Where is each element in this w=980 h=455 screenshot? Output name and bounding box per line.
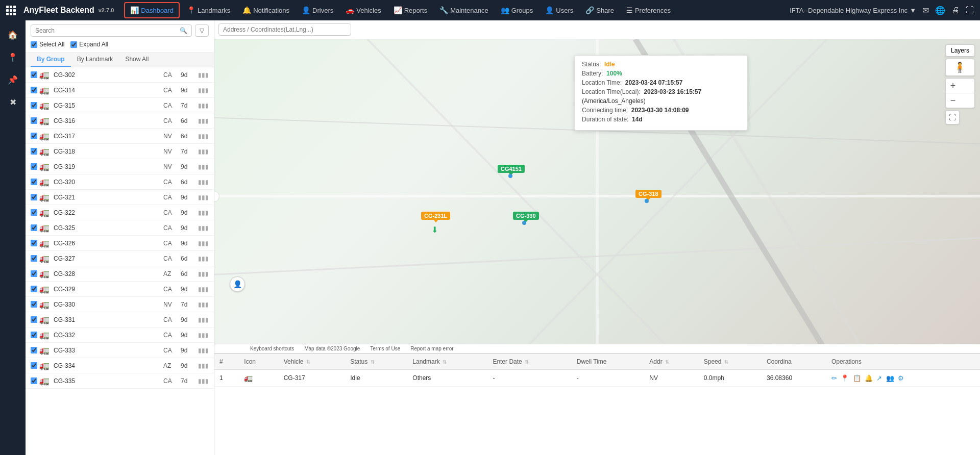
- list-item[interactable]: 🚛 CG-319 NV 9d ▮▮▮: [26, 159, 214, 174]
- vehicle-checkbox[interactable]: [31, 71, 37, 78]
- vehicle-checkbox[interactable]: [31, 362, 37, 369]
- list-item[interactable]: 🚛 CG-318 NV 7d ▮▮▮: [26, 144, 214, 159]
- list-item[interactable]: 🚛 CG-317 NV 6d ▮▮▮: [26, 129, 214, 144]
- list-item[interactable]: 🚛 CG-330 NV 7d ▮▮▮: [26, 297, 214, 312]
- list-item[interactable]: 🚛 CG-326 CA 9d ▮▮▮: [26, 236, 214, 251]
- list-item[interactable]: 🚛 CG-327 CA 6d ▮▮▮: [26, 251, 214, 266]
- print-icon[interactable]: 🖨: [951, 6, 960, 15]
- mail-icon[interactable]: ✉: [922, 6, 929, 15]
- vehicle-checkbox[interactable]: [31, 286, 37, 292]
- vehicle-state: CA: [163, 87, 179, 94]
- street-view-button[interactable]: 🧍: [945, 59, 975, 76]
- search-input[interactable]: [35, 27, 180, 34]
- address-input[interactable]: [223, 26, 347, 33]
- sidebar-home[interactable]: 🏠: [4, 26, 22, 44]
- op-bell-icon[interactable]: 🔔: [865, 374, 873, 382]
- nav-reports[interactable]: 📈 Reports: [388, 3, 433, 17]
- map-container[interactable]: CG4151 CG-318 CG-231L ⬇ CG-330 Status:: [214, 39, 980, 353]
- list-item[interactable]: 🚛 CG-334 AZ 9d ▮▮▮: [26, 358, 214, 373]
- nav-maintenance[interactable]: 🔧 Maintenance: [434, 3, 493, 17]
- list-item[interactable]: 🚛 CG-316 CA 6d ▮▮▮: [26, 113, 214, 129]
- nav-drivers[interactable]: 👤 Drivers: [297, 3, 338, 17]
- vehicle-checkbox[interactable]: [31, 148, 37, 155]
- nav-users[interactable]: 👤 Users: [540, 3, 578, 17]
- map-label-cg4151[interactable]: CG4151: [498, 165, 525, 173]
- list-item[interactable]: 🚛 CG-332 CA 9d ▮▮▮: [26, 327, 214, 343]
- list-item[interactable]: 🚛 CG-322 CA 9d ▮▮▮: [26, 205, 214, 220]
- list-item[interactable]: 🚛 CG-320 CA 6d ▮▮▮: [26, 174, 214, 190]
- col-speed[interactable]: Speed ⇅: [699, 354, 762, 370]
- fullscreen-toggle-icon[interactable]: ⛶: [966, 6, 974, 15]
- list-item[interactable]: 🚛 CG-333 CA 9d ▮▮▮: [26, 343, 214, 358]
- layers-button[interactable]: Layers: [945, 44, 975, 57]
- sidebar-mappin[interactable]: 📌: [4, 70, 22, 89]
- vehicle-checkbox[interactable]: [31, 209, 37, 216]
- expand-all-checkbox[interactable]: Expand All: [70, 41, 108, 48]
- vehicle-checkbox[interactable]: [31, 87, 37, 93]
- vehicle-checkbox[interactable]: [31, 332, 37, 338]
- tab-by-group[interactable]: By Group: [31, 53, 71, 67]
- op-share-icon[interactable]: ↗: [876, 374, 882, 382]
- sidebar-tools[interactable]: ✖: [4, 93, 22, 111]
- list-item[interactable]: 🚛 CG-314 CA 9d ▮▮▮: [26, 83, 214, 98]
- zoom-out-button[interactable]: −: [946, 93, 960, 108]
- my-location-button[interactable]: 👤: [230, 276, 245, 292]
- vehicle-checkbox[interactable]: [31, 224, 37, 231]
- vehicle-age: 9d: [181, 286, 196, 293]
- vehicle-checkbox[interactable]: [31, 133, 37, 139]
- nav-notifications[interactable]: 🔔 Notifications: [237, 3, 295, 17]
- list-item[interactable]: 🚛 CG-328 AZ 6d ▮▮▮: [26, 266, 214, 282]
- op-copy-icon[interactable]: 📋: [853, 374, 861, 382]
- list-item[interactable]: 🚛 CG-321 CA 9d ▮▮▮: [26, 190, 214, 205]
- vehicle-checkbox[interactable]: [31, 347, 37, 353]
- op-edit-icon[interactable]: ✏: [831, 374, 837, 382]
- nav-vehicles[interactable]: 🚗 Vehicles: [340, 3, 386, 17]
- keyboard-shortcuts[interactable]: Keyboard shortcuts: [250, 346, 294, 351]
- nav-share[interactable]: 🔗 Share: [580, 3, 619, 17]
- fullscreen-button[interactable]: ⛶: [945, 110, 960, 124]
- vehicle-checkbox[interactable]: [31, 377, 37, 384]
- vehicle-checkbox[interactable]: [31, 194, 37, 200]
- select-all-checkbox[interactable]: Select All: [31, 41, 64, 48]
- vehicle-checkbox[interactable]: [31, 316, 37, 323]
- map-label-cg318[interactable]: CG-318: [635, 190, 662, 198]
- op-location-icon[interactable]: 📍: [841, 374, 849, 382]
- report-error[interactable]: Report a map error: [410, 346, 453, 351]
- vehicle-checkbox[interactable]: [31, 255, 37, 262]
- op-group-icon[interactable]: 👥: [886, 374, 894, 382]
- nav-groups[interactable]: 👥 Groups: [496, 3, 538, 17]
- col-vehicle[interactable]: Vehicle ⇅: [279, 354, 346, 370]
- col-enter-date[interactable]: Enter Date ⇅: [487, 354, 571, 370]
- vehicle-checkbox[interactable]: [31, 117, 37, 124]
- vehicle-signal-icon: ▮▮▮: [198, 148, 209, 155]
- zoom-in-button[interactable]: +: [946, 79, 960, 93]
- company-selector[interactable]: IFTA--Dependable Highway Express Inc ▼: [790, 7, 916, 14]
- vehicle-checkbox[interactable]: [31, 270, 37, 277]
- tab-show-all[interactable]: Show All: [119, 53, 155, 67]
- vehicle-checkbox[interactable]: [31, 301, 37, 308]
- map-label-cg231l[interactable]: CG-231L: [421, 212, 450, 220]
- nav-dashboard[interactable]: 📊 Dashboard: [124, 2, 180, 18]
- list-item[interactable]: 🚛 CG-331 CA 9d ▮▮▮: [26, 312, 214, 327]
- vehicle-checkbox[interactable]: [31, 102, 37, 109]
- list-item[interactable]: 🚛 CG-325 CA 9d ▮▮▮: [26, 220, 214, 236]
- sidebar-location[interactable]: 📍: [4, 48, 22, 66]
- list-item[interactable]: 🚛 CG-302 CA 9d ▮▮▮: [26, 67, 214, 83]
- list-item[interactable]: 🚛 CG-329 CA 9d ▮▮▮: [26, 282, 214, 297]
- globe-icon[interactable]: 🌐: [935, 6, 945, 15]
- vehicle-checkbox[interactable]: [31, 179, 37, 185]
- tab-by-landmark[interactable]: By Landmark: [71, 53, 119, 67]
- filter-button[interactable]: ▽: [195, 24, 209, 37]
- list-item[interactable]: 🚛 CG-335 CA 7d ▮▮▮: [26, 373, 214, 389]
- col-landmark[interactable]: Landmark ⇅: [407, 354, 487, 370]
- vehicle-checkbox[interactable]: [31, 240, 37, 246]
- list-item[interactable]: 🚛 CG-315 CA 7d ▮▮▮: [26, 98, 214, 113]
- nav-landmarks[interactable]: 📍 Landmarks: [182, 3, 235, 17]
- op-settings-icon[interactable]: ⚙: [898, 374, 904, 382]
- col-status[interactable]: Status ⇅: [345, 354, 407, 370]
- map-label-cg330[interactable]: CG-330: [513, 212, 539, 220]
- terms-of-use[interactable]: Terms of Use: [370, 346, 400, 351]
- col-addr[interactable]: Addr ⇅: [644, 354, 698, 370]
- nav-preferences[interactable]: ☰ Preferences: [621, 3, 676, 17]
- vehicle-checkbox[interactable]: [31, 163, 37, 170]
